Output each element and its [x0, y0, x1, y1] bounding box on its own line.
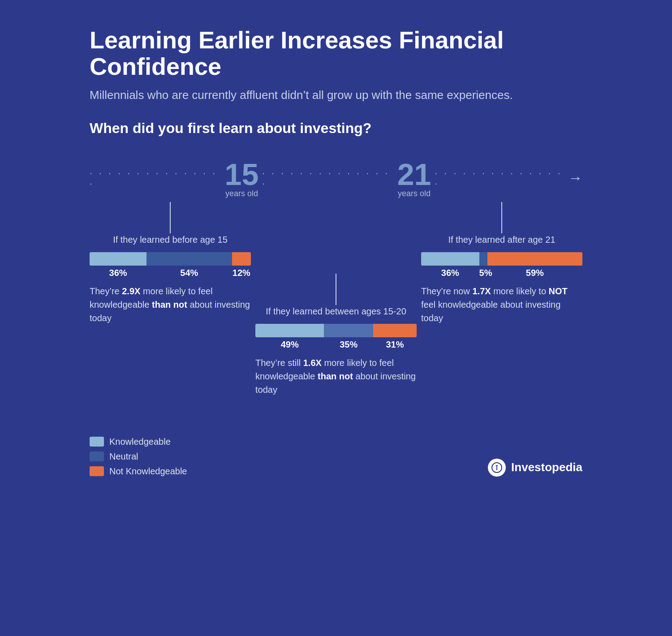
- logo-text: Investopedia: [511, 460, 582, 474]
- dots-left: · · · · · · · · · · · · · · ·: [90, 168, 221, 189]
- desc-left: They’re 2.9X more likely to feel knowled…: [90, 284, 251, 325]
- legend: Knowledgeable Neutral Not Knowledgeable: [90, 437, 187, 477]
- question: When did you first learn about investing…: [90, 120, 582, 137]
- age15-label: years old: [225, 189, 258, 198]
- legend-label-neutral: Neutral: [109, 451, 138, 462]
- pct-left-2: 54%: [146, 268, 232, 278]
- pct-mid-1: 49%: [255, 339, 324, 350]
- pct-mid-2: 35%: [324, 339, 373, 350]
- age15-marker: 15 years old: [225, 159, 259, 198]
- logo-icon: [488, 459, 506, 477]
- pct-row-left: 36% 54% 12%: [90, 268, 251, 278]
- branch-between-15-20: If they learned between ages 15-20 49% 3…: [255, 202, 417, 396]
- legend-knowledgeable: Knowledgeable: [90, 437, 187, 447]
- vline-mid: [336, 274, 336, 305]
- timeline: · · · · · · · · · · · · · · · 15 years o…: [90, 159, 582, 198]
- vline-left: [170, 202, 171, 233]
- pct-row-right: 36% 5% 59%: [421, 268, 582, 278]
- pct-left-3: 12%: [232, 268, 251, 278]
- branch-after-21: If they learned after age 21 36% 5% 59% …: [421, 202, 582, 325]
- bar-left-notknowledgeable: [232, 252, 251, 266]
- subtitle: Millennials who are currently affluent d…: [90, 88, 582, 102]
- legend-box-knowledgeable: [90, 437, 104, 447]
- age15-number: 15: [225, 159, 259, 189]
- pct-mid-3: 31%: [373, 339, 417, 350]
- bar-right-knowledgeable: [421, 252, 479, 266]
- dots-mid: · · · · · · · · · · · · · · ·: [262, 168, 394, 189]
- bar-right: [421, 252, 582, 266]
- pct-right-2: 5%: [479, 268, 487, 278]
- age21-label: years old: [398, 189, 431, 198]
- bar-mid: [255, 324, 417, 337]
- bar-mid-neutral: [324, 324, 373, 337]
- legend-box-neutral: [90, 451, 104, 461]
- age21-number: 21: [397, 159, 431, 189]
- pct-right-1: 36%: [421, 268, 479, 278]
- desc-mid: They’re still 1.6X more likely to feel k…: [255, 356, 417, 396]
- branch-before-15: If they learned before age 15 36% 54% 12…: [90, 202, 251, 325]
- investopedia-logo: Investopedia: [488, 459, 582, 477]
- legend-notknowledgeable: Not Knowledgeable: [90, 466, 187, 477]
- bar-left-knowledgeable: [90, 252, 146, 266]
- pct-right-3: 59%: [487, 268, 582, 278]
- age21-marker: 21 years old: [397, 159, 431, 198]
- bar-right-neutral: [479, 252, 487, 266]
- bar-left: [90, 252, 251, 266]
- legend-box-notknowledgeable: [90, 466, 104, 476]
- pct-row-mid: 49% 35% 31%: [255, 339, 417, 350]
- branch-right-title: If they learned after age 21: [448, 233, 555, 246]
- svg-rect-1: [496, 467, 497, 470]
- vline-right: [501, 202, 502, 233]
- bar-right-notknowledgeable: [487, 252, 582, 266]
- branches-area: If they learned before age 15 36% 54% 12…: [90, 202, 582, 396]
- main-title: Learning Earlier Increases Financial Con…: [90, 27, 582, 80]
- dots-right: · · · · · · · · · · · · · · ·: [435, 168, 566, 189]
- bar-mid-knowledgeable: [255, 324, 324, 337]
- bar-left-neutral: [146, 252, 232, 266]
- branch-mid-title: If they learned between ages 15-20: [266, 305, 406, 318]
- legend-label-knowledgeable: Knowledgeable: [109, 437, 171, 447]
- branch-left-title: If they learned before age 15: [113, 233, 228, 246]
- desc-right: They’re now 1.7X more likely to NOT feel…: [421, 284, 582, 325]
- bar-mid-notknowledgeable: [373, 324, 417, 337]
- legend-neutral: Neutral: [90, 451, 187, 462]
- pct-left-1: 36%: [90, 268, 146, 278]
- timeline-arrow: →: [568, 170, 582, 186]
- legend-label-notknowledgeable: Not Knowledgeable: [109, 466, 187, 477]
